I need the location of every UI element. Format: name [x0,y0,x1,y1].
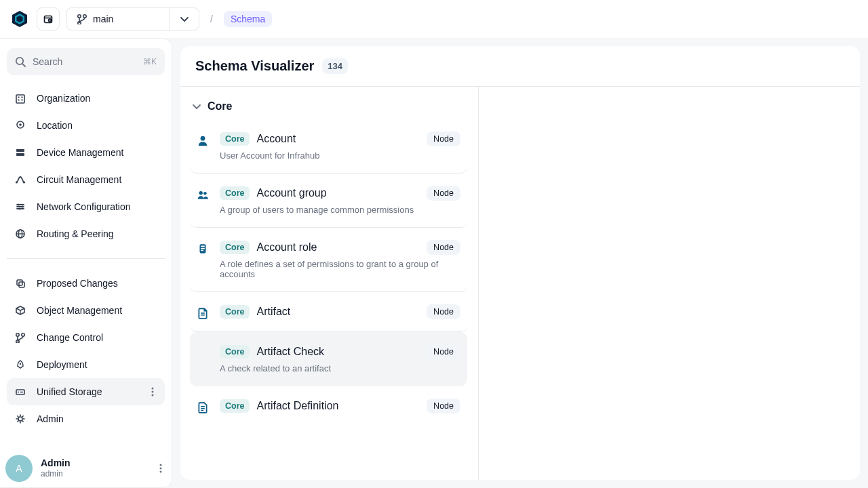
sidebar-item-label: Routing & Peering [37,228,114,239]
namespace-badge: Core [220,186,250,200]
branch-icon [77,14,87,24]
nav-secondary: Proposed ChangesObject ManagementChange … [7,268,165,434]
chevron-down-icon [179,14,190,24]
schema-item[interactable]: CoreAccount roleNodeA role defines a set… [190,228,467,292]
config-icon [14,201,27,212]
branch-select-value: main [67,8,169,30]
schema-item[interactable]: CoreArtifactNode [190,292,467,332]
file2-icon [194,399,212,413]
user-more-icon[interactable] [155,463,166,474]
schema-item[interactable]: CoreAccount groupNodeA group of users to… [190,174,467,228]
sidebar-item-circuit-management[interactable]: Circuit Management [7,166,165,193]
avatar: A [5,455,33,482]
search-icon [15,56,26,67]
sidebar-item-location[interactable]: Location [7,112,165,139]
schema-type-badge: Node [427,240,460,255]
sidebar-item-label: Object Management [37,305,122,316]
search-input[interactable]: Search ⌘K [7,48,165,75]
schema-type-badge: Node [427,186,460,201]
schema-item-name: Artifact Check [256,346,324,358]
copy-icon [14,278,27,289]
nav-divider [7,258,165,259]
schema-group-name: Core [208,100,232,113]
namespace-badge: Core [220,241,250,254]
sidebar-item-label: Deployment [37,359,87,370]
sidebar-item-label: Circuit Management [37,174,121,185]
sidebar-item-deployment[interactable]: Deployment [7,351,165,378]
sidebar-item-unified-storage[interactable]: Unified Storage [7,378,165,405]
badge-icon [194,240,212,279]
file-icon [194,304,212,319]
sidebar-item-change-control[interactable]: Change Control [7,324,165,351]
schema-group-header[interactable]: Core [190,94,467,119]
rocket-icon [14,359,27,370]
route-icon [14,174,27,185]
search-shortcut: ⌘K [143,57,157,66]
sidebar-item-label: Admin [37,413,64,424]
sidebar: Search ⌘K OrganizationLocationDevice Man… [0,38,172,488]
schema-item[interactable]: CoreArtifact CheckNodeA check related to… [190,332,467,386]
user-meta: Admin admin [41,458,71,479]
pin-icon [14,120,27,131]
sidebar-item-label: Organization [37,93,90,104]
topbar: main / Schema [0,0,868,38]
person-icon [194,131,212,161]
gear-icon [14,413,27,424]
namespace-badge: Core [220,132,250,146]
schema-item[interactable]: CoreAccountNodeUser Account for Infrahub [190,119,467,174]
schema-item-description: A role defines a set of permissions to g… [220,259,460,279]
search-placeholder: Search [33,56,62,67]
user-role: admin [41,469,71,479]
sidebar-item-label: Location [37,120,73,131]
user-name: Admin [41,458,71,469]
namespace-badge: Core [220,399,250,413]
sidebar-item-label: Device Management [37,147,123,158]
sidebar-item-label: Network Configuration [37,201,131,212]
sidebar-item-proposed-changes[interactable]: Proposed Changes [7,270,165,297]
schema-item-name: Artifact Definition [256,400,338,412]
app-logo[interactable] [9,9,30,29]
storage-icon [14,386,27,397]
nav-primary: OrganizationLocationDevice ManagementCir… [7,83,165,249]
schema-item-name: Artifact [256,306,290,318]
panel-header: Schema Visualizer 134 [180,46,860,87]
schema-type-badge: Node [427,304,460,319]
sidebar-item-admin[interactable]: Admin [7,405,165,432]
breadcrumb-separator: / [206,14,217,24]
schema-item-description: A check related to an artifact [220,363,460,373]
breadcrumb-schema[interactable]: Schema [224,11,272,27]
schema-item-description: User Account for Infrahub [220,150,460,161]
schema-item[interactable]: CoreArtifact DefinitionNode [190,386,467,426]
namespace-badge: Core [220,305,250,319]
sidebar-item-more-icon[interactable] [147,386,158,397]
globe-icon [14,228,27,239]
sidebar-item-organization[interactable]: Organization [7,85,165,112]
sidebar-item-label: Unified Storage [37,386,102,397]
sidebar-item-label: Proposed Changes [37,278,118,289]
blank-icon [194,344,212,373]
sidebar-item-device-management[interactable]: Device Management [7,139,165,166]
branch-name: main [93,14,113,24]
sidebar-item-routing-peering[interactable]: Routing & Peering [7,220,165,247]
sidebar-item-object-management[interactable]: Object Management [7,297,165,324]
user-menu[interactable]: A Admin admin [0,446,172,487]
schema-item-name: Account [256,133,296,145]
content: Schema Visualizer 134 Core CoreAccountNo… [172,38,868,488]
building-icon [14,93,27,104]
schema-count-badge: 134 [322,58,348,74]
branch-icon [14,332,27,343]
schema-list: Core CoreAccountNodeUser Account for Inf… [180,87,479,480]
schema-item-name: Account group [256,187,326,199]
namespace-badge: Core [220,345,250,359]
package-icon [14,305,27,316]
time-travel-button[interactable] [37,7,60,30]
schema-type-badge: Node [427,131,460,146]
sidebar-item-network-configuration[interactable]: Network Configuration [7,193,165,220]
branch-select-caret[interactable] [169,8,199,30]
branch-select[interactable]: main [66,7,199,30]
schema-type-badge: Node [427,399,460,413]
schema-item-description: A group of users to manage common permis… [220,205,460,215]
schema-detail [479,87,860,480]
chevron-down-icon [191,101,202,112]
page-title: Schema Visualizer [195,58,314,74]
